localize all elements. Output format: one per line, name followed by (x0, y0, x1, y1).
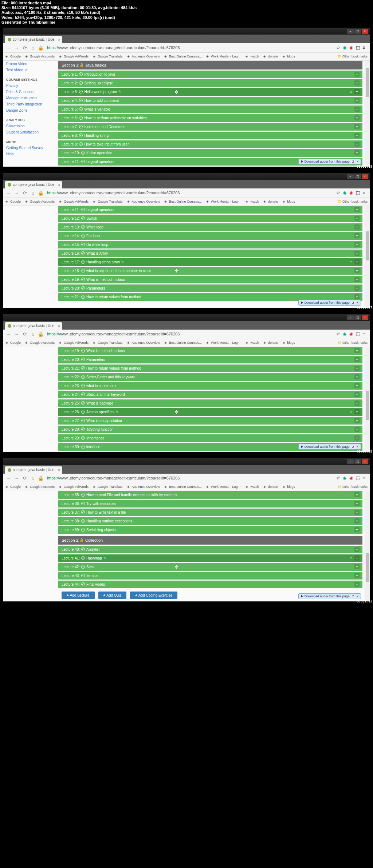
bookmark-item[interactable]: ◈Google AdWords (59, 485, 89, 489)
bookmark-item[interactable]: ◈Google AdWords (59, 341, 89, 345)
bookmark-item[interactable]: ◈watch (246, 485, 259, 489)
lecture-row[interactable]: Lecture 20: ✓ Parameters ▾ (58, 356, 362, 363)
lecture-row[interactable]: Lecture 26: ✓ Access specifiers ✎ ≡ ▾ (58, 408, 362, 416)
chevron-down-icon[interactable]: ▾ (354, 286, 360, 291)
bookmark-item[interactable]: ◈Audience Overview (127, 55, 160, 58)
chevron-down-icon[interactable]: ▾ (354, 366, 360, 371)
bookmark-item[interactable]: ◈Work Mental - Log In (206, 485, 241, 489)
scrollbar[interactable] (365, 61, 370, 167)
chevron-down-icon[interactable]: ▾ (354, 518, 360, 523)
minimize-button[interactable]: − (347, 29, 354, 34)
close-button[interactable]: × (362, 459, 368, 464)
bookmark-item[interactable]: ◈Google Accounts (25, 200, 55, 203)
chevron-down-icon[interactable]: ▾ (354, 556, 360, 561)
lecture-row[interactable]: Lecture 10: ✓ If else operation ▾ (58, 149, 362, 157)
sidebar-item[interactable]: Getting Started Survey (6, 145, 55, 151)
lecture-row[interactable]: Lecture 19: ✓ What is method in class ▾ (58, 347, 362, 355)
bookmark-item[interactable]: ◈watch (246, 200, 259, 203)
chevron-down-icon[interactable]: ▾ (354, 268, 360, 273)
ext-icon[interactable]: ⬚ (356, 475, 361, 481)
bookmark-item[interactable]: ◈Best Online Courses... (164, 341, 202, 345)
url-bar[interactable]: https://www.udemy.com/course-manage/edit… (46, 45, 336, 50)
url-bar[interactable]: https://www.udemy.com/course-manage/edit… (46, 191, 336, 195)
lecture-row[interactable]: Lecture 22: ✓ Setter,Getter and this key… (58, 373, 362, 381)
lecture-row[interactable]: Lecture 11: ✓ Logical operators ▾ (58, 206, 362, 214)
lecture-row[interactable]: Lecture 23: ✓ what is constructor ▾ (58, 382, 362, 390)
maximize-button[interactable]: □ (354, 459, 361, 464)
add-button[interactable]: Add Lecture (62, 592, 95, 599)
bookmark-item[interactable]: ◈blogs (283, 55, 295, 58)
scrollbar[interactable] (365, 347, 370, 452)
drag-icon[interactable]: ≡ (350, 556, 352, 560)
home-button[interactable]: ⌂ (30, 44, 36, 51)
chevron-down-icon[interactable]: ▾ (354, 418, 360, 423)
lecture-row[interactable]: Lecture 2: ✓ Setting up eclipse ▾ (58, 79, 362, 87)
lecture-row[interactable]: Lecture 21: ✓ How to return values from … (58, 365, 362, 372)
chevron-down-icon[interactable]: ▾ (354, 435, 360, 441)
star-icon[interactable]: ☆ (336, 45, 341, 50)
lecture-row[interactable]: Lecture 5: ✓ What is variable ▾ (58, 105, 362, 113)
ext-icon[interactable]: ⬚ (356, 45, 361, 50)
chevron-down-icon[interactable]: ▾ (354, 401, 360, 406)
bookmark-item[interactable]: ◈Google Translate (93, 200, 123, 203)
menu-icon[interactable]: ≡ (362, 45, 368, 50)
bookmark-item[interactable]: ◈Best Online Courses... (164, 200, 202, 203)
lecture-row[interactable]: Lecture 7: ✓ Increment and Decrement ▾ (58, 123, 362, 131)
chevron-down-icon[interactable]: ▾ (354, 564, 360, 569)
lecture-row[interactable]: Lecture 13: ✓ While loop ▾ (58, 223, 362, 231)
chevron-down-icon[interactable]: ▾ (354, 242, 360, 247)
back-button[interactable]: ← (5, 44, 12, 51)
bookmark-item[interactable]: ◈watch (246, 55, 259, 58)
chevron-down-icon[interactable]: ▾ (354, 277, 360, 282)
lecture-row[interactable]: Lecture 41: ✓ Hashmap ✎ ≡ ▾ (58, 554, 362, 562)
bookmark-item[interactable]: ◈donate (263, 341, 278, 345)
lecture-row[interactable]: Lecture 28: ✓ ToString function ▾ (58, 426, 362, 433)
star-icon[interactable]: ☆ (336, 475, 341, 481)
back-button[interactable]: ← (5, 190, 12, 196)
home-button[interactable]: ⌂ (30, 475, 36, 481)
chevron-down-icon[interactable]: ▾ (354, 357, 360, 362)
back-button[interactable]: ← (5, 475, 12, 481)
bookmark-item[interactable]: ◈Google Accounts (25, 485, 55, 489)
chevron-down-icon[interactable]: ▾ (354, 374, 360, 379)
lecture-row[interactable]: Lecture 6: ✓ How to perform arithmetic o… (58, 114, 362, 122)
lecture-row[interactable]: Lecture 43: ✓ Iterator ▾ (58, 572, 362, 580)
menu-icon[interactable]: ≡ (362, 475, 368, 481)
ext-icon[interactable]: ◉ (343, 331, 348, 337)
other-bookmarks[interactable]: 📁Other bookmarks (338, 485, 368, 489)
lecture-row[interactable]: Lecture 16: ✓ What is Array ▾ (58, 250, 362, 257)
lecture-row[interactable]: Lecture 35: ✓ How to read File and handl… (58, 491, 362, 499)
chevron-down-icon[interactable]: ▾ (354, 392, 360, 397)
chevron-down-icon[interactable]: ▾ (354, 98, 360, 103)
ext-icon[interactable]: ◉ (343, 45, 348, 50)
maximize-button[interactable]: □ (354, 315, 361, 320)
bookmark-item[interactable]: ◈Work Mental - Log In (206, 55, 241, 58)
bookmark-item[interactable]: ◈Audience Overview (127, 341, 160, 345)
lecture-row[interactable]: Lecture 19: ✓ What is method in class ▾ (58, 276, 362, 283)
chevron-down-icon[interactable]: ▾ (354, 216, 360, 221)
download-audio-bar[interactable]: Download audio from this page 2× (298, 593, 361, 599)
bookmark-item[interactable]: ◈Google (5, 341, 21, 345)
browser-tab[interactable]: complete java basic | Ude (5, 36, 62, 43)
lecture-row[interactable]: Lecture 15: ✓ Do while loop ▾ (58, 241, 362, 248)
add-button[interactable]: Add Quiz (98, 592, 127, 599)
lecture-row[interactable]: Lecture 27: ✓ What is encapsulation ▾ (58, 417, 362, 425)
back-button[interactable]: ← (5, 331, 12, 337)
bookmark-item[interactable]: ◈blogs (283, 341, 295, 345)
download-audio-bar[interactable]: Download audio from this page 2× (298, 300, 361, 306)
lecture-row[interactable]: Lecture 9: ✓ How to take input from user… (58, 140, 362, 148)
download-audio-bar[interactable]: Download audio from this page 2× (298, 159, 361, 164)
chevron-down-icon[interactable]: ▾ (354, 573, 360, 578)
bookmark-item[interactable]: ◈Audience Overview (127, 485, 160, 489)
ext-icon[interactable]: ◉ (349, 45, 354, 50)
ext-icon[interactable]: ⬚ (356, 331, 361, 337)
bookmark-item[interactable]: ◈blogs (283, 200, 295, 203)
sidebar-item[interactable]: Manage Instructors (6, 95, 55, 101)
chevron-down-icon[interactable]: ▾ (354, 72, 360, 77)
lecture-row[interactable]: Lecture 29: ✓ Inheritance ▾ (58, 434, 362, 442)
ext-icon[interactable]: ◉ (349, 475, 354, 481)
bookmark-item[interactable]: ◈Google Translate (93, 55, 123, 58)
drag-icon[interactable]: ≡ (350, 260, 352, 264)
star-icon[interactable]: ☆ (336, 331, 341, 337)
chevron-down-icon[interactable]: ▾ (354, 492, 360, 497)
